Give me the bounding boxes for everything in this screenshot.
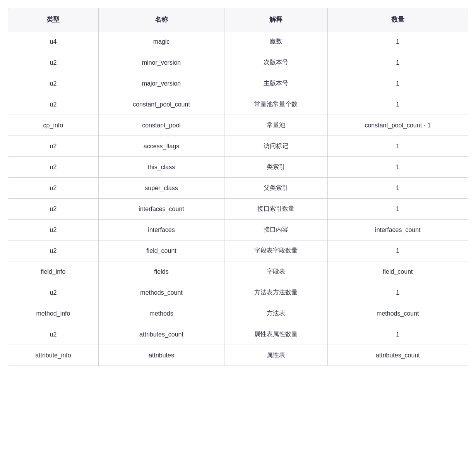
cell-name-8: interfaces_count [98,199,224,220]
cell-count-13: methods_count [327,303,468,324]
table-body: u4magic魔数1u2minor_version次版本号1u2major_ve… [8,31,468,366]
cell-desc-6: 类索引 [224,157,327,178]
cell-type-1: u2 [8,52,98,73]
cell-count-9: interfaces_count [327,220,468,240]
cell-count-3: 1 [327,94,468,115]
cell-type-4: cp_info [8,115,98,136]
cell-type-11: field_info [8,261,98,282]
cell-name-12: methods_count [98,282,224,303]
cell-count-12: 1 [327,282,468,303]
table-header-row: 类型 名称 解释 数量 [8,8,468,31]
cell-name-4: constant_pool [98,115,224,136]
table-row: u2field_count字段表字段数量1 [8,240,468,261]
table-row: field_infofields字段表field_count [8,261,468,282]
table-row: u2constant_pool_count常量池常量个数1 [8,94,468,115]
cell-type-9: u2 [8,220,98,240]
cell-desc-11: 字段表 [224,261,327,282]
cell-desc-12: 方法表方法数量 [224,282,327,303]
cell-name-9: interfaces [98,220,224,240]
cell-type-13: method_info [8,303,98,324]
cell-name-6: this_class [98,157,224,178]
table-row: u2interfaces接口内容interfaces_count [8,220,468,240]
cell-type-6: u2 [8,157,98,178]
cell-name-14: attributes_count [98,324,224,345]
cell-type-12: u2 [8,282,98,303]
cell-count-14: 1 [327,324,468,345]
table-row: cp_infoconstant_pool常量池constant_pool_cou… [8,115,468,136]
cell-desc-0: 魔数 [224,31,327,52]
cell-type-2: u2 [8,73,98,94]
cell-desc-2: 主版本号 [224,73,327,94]
cell-desc-8: 接口索引数量 [224,199,327,220]
cell-name-13: methods [98,303,224,324]
col-header-count: 数量 [327,8,468,31]
cell-desc-3: 常量池常量个数 [224,94,327,115]
cell-name-0: magic [98,31,224,52]
cell-count-10: 1 [327,240,468,261]
cell-desc-14: 属性表属性数量 [224,324,327,345]
cell-type-7: u2 [8,178,98,199]
main-table-wrapper: 类型 名称 解释 数量 u4magic魔数1u2minor_version次版本… [8,8,468,366]
table-row: u2access_flags访问标记1 [8,136,468,157]
table-row: u2this_class类索引1 [8,157,468,178]
cell-desc-7: 父类索引 [224,178,327,199]
cell-count-0: 1 [327,31,468,52]
cell-desc-13: 方法表 [224,303,327,324]
cell-count-6: 1 [327,157,468,178]
cell-name-3: constant_pool_count [98,94,224,115]
data-table: 类型 名称 解释 数量 u4magic魔数1u2minor_version次版本… [8,8,468,366]
cell-count-7: 1 [327,178,468,199]
table-row: u2minor_version次版本号1 [8,52,468,73]
cell-count-1: 1 [327,52,468,73]
cell-name-11: fields [98,261,224,282]
col-header-type: 类型 [8,8,98,31]
cell-name-10: field_count [98,240,224,261]
table-row: u4magic魔数1 [8,31,468,52]
cell-desc-15: 属性表 [224,345,327,366]
cell-count-5: 1 [327,136,468,157]
cell-name-1: minor_version [98,52,224,73]
cell-name-7: super_class [98,178,224,199]
col-header-name: 名称 [98,8,224,31]
cell-desc-5: 访问标记 [224,136,327,157]
cell-desc-9: 接口内容 [224,220,327,240]
cell-type-8: u2 [8,199,98,220]
table-row: method_infomethods方法表methods_count [8,303,468,324]
cell-name-2: major_version [98,73,224,94]
cell-type-14: u2 [8,324,98,345]
cell-type-15: attribute_info [8,345,98,366]
cell-count-2: 1 [327,73,468,94]
cell-count-4: constant_pool_count - 1 [327,115,468,136]
cell-count-15: attributes_count [327,345,468,366]
table-row: attribute_infoattributes属性表attributes_co… [8,345,468,366]
cell-name-15: attributes [98,345,224,366]
cell-type-3: u2 [8,94,98,115]
table-row: u2methods_count方法表方法数量1 [8,282,468,303]
cell-name-5: access_flags [98,136,224,157]
cell-count-8: 1 [327,199,468,220]
cell-desc-4: 常量池 [224,115,327,136]
cell-count-11: field_count [327,261,468,282]
cell-desc-1: 次版本号 [224,52,327,73]
cell-desc-10: 字段表字段数量 [224,240,327,261]
table-row: u2attributes_count属性表属性数量1 [8,324,468,345]
cell-type-5: u2 [8,136,98,157]
col-header-desc: 解释 [224,8,327,31]
cell-type-0: u4 [8,31,98,52]
table-row: u2super_class父类索引1 [8,178,468,199]
table-row: u2major_version主版本号1 [8,73,468,94]
cell-type-10: u2 [8,240,98,261]
table-row: u2interfaces_count接口索引数量1 [8,199,468,220]
